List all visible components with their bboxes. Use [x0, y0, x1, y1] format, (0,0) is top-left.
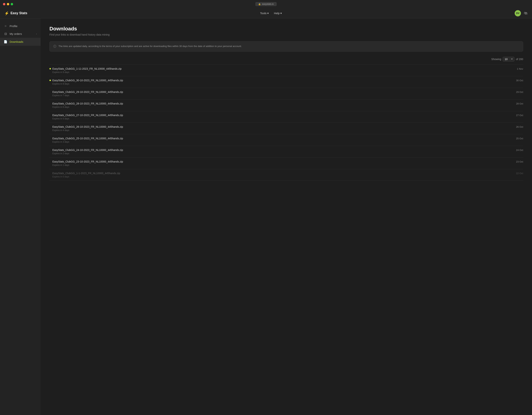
download-row: EasyStats_ClubGG_24-10-2023_FR_NL10000_4…: [49, 148, 523, 151]
download-row: EasyStats_ClubGG_1-11-2023_FR_NL10000_44…: [49, 67, 523, 70]
cart-icon[interactable]: 🛍: [524, 11, 528, 15]
url-text: easystats.io: [262, 3, 274, 5]
download-filename: EasyStats_ClubGG_1-1-2023_FR_NL10000_445…: [52, 172, 120, 175]
download-list: EasyStats_ClubGG_1-11-2023_FR_NL10000_44…: [49, 65, 523, 181]
brand-name: Easy Stats: [10, 11, 27, 15]
download-item: EasyStats_ClubGG_30-10-2023_FR_NL10000_4…: [49, 76, 523, 88]
sidebar-label-profile: Profile: [10, 25, 18, 28]
downloads-icon: 📄: [4, 40, 7, 44]
url-bar[interactable]: 🔒 easystats.io: [255, 2, 276, 6]
window-buttons: [3, 3, 13, 5]
nav-help[interactable]: Help ▾: [274, 12, 282, 15]
download-row: EasyStats_ClubGG_27-10-2023_FR_NL10000_4…: [49, 114, 523, 117]
download-item: EasyStats_ClubGG_24-10-2023_FR_NL10000_4…: [49, 146, 523, 157]
download-expires: Expires in 6 days: [49, 106, 523, 108]
download-filename: EasyStats_ClubGG_29-10-2023_FR_NL10000_4…: [52, 91, 123, 93]
sidebar-item-myorders[interactable]: ⊡ My orders ›: [0, 30, 41, 38]
sidebar-label-myorders: My orders: [10, 32, 22, 35]
download-expires: Expires in 4 days: [49, 129, 523, 132]
download-link[interactable]: EasyStats_ClubGG_28-10-2023_FR_NL10000_4…: [49, 102, 123, 105]
info-text: The links are updated daily, according t…: [58, 44, 242, 48]
minimize-button[interactable]: [7, 3, 9, 5]
top-navigation: ⚡ Easy Stats Tools ▾ Help ▾ DV 🛍: [0, 8, 532, 18]
main-content: Downloads Find your links to download ha…: [41, 18, 532, 415]
download-expires: Expires in 9 days: [49, 71, 523, 74]
download-row: EasyStats_ClubGG_30-10-2023_FR_NL10000_4…: [49, 79, 523, 82]
download-link[interactable]: EasyStats_ClubGG_24-10-2023_FR_NL10000_4…: [49, 148, 123, 151]
brand-logo[interactable]: ⚡ Easy Stats: [4, 11, 27, 16]
download-filename: EasyStats_ClubGG_28-10-2023_FR_NL10000_4…: [52, 102, 123, 105]
active-dot-icon: [49, 80, 51, 81]
showing-total: of 200: [516, 58, 523, 61]
download-item: EasyStats_ClubGG_26-10-2023_FR_NL10000_4…: [49, 122, 523, 134]
brand-icon: ⚡: [4, 11, 9, 16]
download-link[interactable]: EasyStats_ClubGG_26-10-2023_FR_NL10000_4…: [49, 125, 123, 128]
download-item: EasyStats_ClubGG_23-10-2023_FR_NL10000_4…: [49, 157, 523, 169]
download-expires: Expires in 3 days: [49, 141, 523, 143]
download-date: 26 Oct: [516, 126, 523, 128]
page-subtitle: Find your links to download hand history…: [49, 33, 523, 36]
download-item: EasyStats_ClubGG_25-10-2023_FR_NL10000_4…: [49, 134, 523, 146]
close-button[interactable]: [3, 3, 5, 5]
download-date: 29 Oct: [516, 91, 523, 93]
download-filename: EasyStats_ClubGG_27-10-2023_FR_NL10000_4…: [52, 114, 123, 117]
info-icon: ⓘ: [53, 45, 56, 48]
maximize-button[interactable]: [11, 3, 13, 5]
help-chevron-icon: ▾: [280, 12, 282, 15]
showing-row: Showing 10 25 50 100 of 200: [49, 57, 523, 62]
download-link[interactable]: EasyStats_ClubGG_23-10-2023_FR_NL10000_4…: [49, 160, 123, 163]
download-date: 25 Oct: [516, 137, 523, 140]
main-layout: ○ Profile ⊡ My orders › 📄 Downloads Down…: [0, 18, 532, 415]
download-link[interactable]: EasyStats_ClubGG_27-10-2023_FR_NL10000_4…: [49, 114, 123, 117]
download-filename: EasyStats_ClubGG_1-11-2023_FR_NL10000_44…: [52, 67, 122, 70]
download-row: EasyStats_ClubGG_29-10-2023_FR_NL10000_4…: [49, 91, 523, 93]
download-filename: EasyStats_ClubGG_24-10-2023_FR_NL10000_4…: [52, 148, 123, 151]
download-date: 23 Oct: [516, 160, 523, 163]
avatar[interactable]: DV: [515, 10, 521, 16]
download-link[interactable]: EasyStats_ClubGG_25-10-2023_FR_NL10000_4…: [49, 137, 123, 140]
showing-select[interactable]: 10 25 50 100: [503, 57, 514, 62]
download-expires: Expires in 2 days: [49, 152, 523, 155]
download-row: EasyStats_ClubGG_28-10-2023_FR_NL10000_4…: [49, 102, 523, 105]
download-link[interactable]: EasyStats_ClubGG_1-1-2023_FR_NL10000_445…: [49, 172, 120, 175]
nav-tools[interactable]: Tools ▾: [260, 12, 269, 15]
download-link[interactable]: EasyStats_ClubGG_30-10-2023_FR_NL10000_4…: [49, 79, 123, 82]
download-item: EasyStats_ClubGG_1-11-2023_FR_NL10000_44…: [49, 65, 523, 76]
page-title: Downloads: [49, 26, 523, 32]
download-item: EasyStats_ClubGG_1-1-2023_FR_NL10000_445…: [49, 169, 523, 181]
download-date: 28 Oct: [516, 102, 523, 105]
download-date: 22 Oct: [516, 172, 523, 175]
help-label: Help: [274, 12, 280, 15]
download-expires: Expires in 5 days: [49, 117, 523, 120]
active-dot-icon: [49, 68, 51, 69]
titlebar: 🔒 easystats.io: [0, 0, 532, 8]
sidebar-item-downloads[interactable]: 📄 Downloads: [0, 38, 41, 46]
download-row: EasyStats_ClubGG_25-10-2023_FR_NL10000_4…: [49, 137, 523, 140]
tools-chevron-icon: ▾: [267, 12, 269, 15]
orders-icon: ⊡: [4, 32, 7, 36]
download-expires: Expires in 1 days: [49, 164, 523, 166]
download-expires: Expires in 8 days: [49, 83, 523, 85]
sidebar-item-profile[interactable]: ○ Profile: [0, 22, 41, 30]
sidebar-label-downloads: Downloads: [10, 40, 23, 43]
sidebar: ○ Profile ⊡ My orders › 📄 Downloads: [0, 18, 41, 415]
lock-icon: 🔒: [258, 3, 261, 5]
tools-label: Tools: [260, 12, 266, 15]
orders-arrow-icon: ›: [36, 33, 37, 35]
download-row: EasyStats_ClubGG_23-10-2023_FR_NL10000_4…: [49, 160, 523, 163]
download-date: 24 Oct: [516, 149, 523, 151]
download-filename: EasyStats_ClubGG_25-10-2023_FR_NL10000_4…: [52, 137, 123, 140]
download-expires: Expires in 0 days: [49, 175, 523, 178]
download-expires: Expires in 7 days: [49, 94, 523, 97]
nav-center: Tools ▾ Help ▾: [260, 12, 282, 15]
download-date: 30 Oct: [516, 79, 523, 82]
download-link[interactable]: EasyStats_ClubGG_29-10-2023_FR_NL10000_4…: [49, 91, 123, 93]
info-box: ⓘ The links are updated daily, according…: [49, 41, 523, 52]
download-item: EasyStats_ClubGG_29-10-2023_FR_NL10000_4…: [49, 88, 523, 99]
profile-icon: ○: [4, 24, 7, 28]
download-link[interactable]: EasyStats_ClubGG_1-11-2023_FR_NL10000_44…: [49, 67, 122, 70]
nav-right: DV 🛍: [515, 10, 528, 16]
download-row: EasyStats_ClubGG_26-10-2023_FR_NL10000_4…: [49, 125, 523, 128]
download-item: EasyStats_ClubGG_27-10-2023_FR_NL10000_4…: [49, 111, 523, 122]
download-row: EasyStats_ClubGG_1-1-2023_FR_NL10000_445…: [49, 172, 523, 175]
